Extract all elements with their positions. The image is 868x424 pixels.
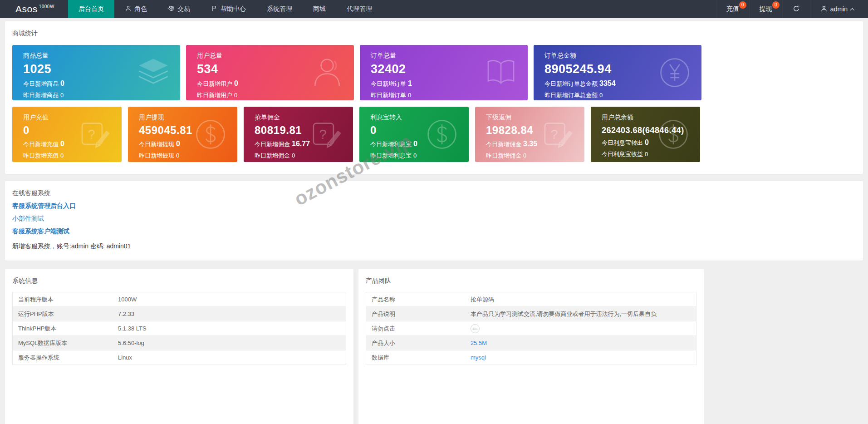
withdraw-badge: 0 <box>772 1 780 9</box>
nav-item-agent[interactable]: 代理管理 <box>336 0 383 18</box>
subline-value: 0 <box>408 92 411 99</box>
stat-card-subline: 昨日新增订单总金额0 <box>544 91 701 99</box>
table-row: MySQL数据库版本5.6.50-log <box>13 336 346 350</box>
navbar-right: 充值 0 提现 0 admin <box>716 0 868 18</box>
table-row: 服务器操作系统Linux <box>13 350 346 365</box>
subline-value: 3354 <box>599 79 616 87</box>
subline-label: 今日新增用户 <box>197 80 232 87</box>
table-row: 产品名称抢单源码 <box>366 292 696 307</box>
table-row: 请勿点击404 <box>366 321 696 336</box>
subline-label: 今日新增充值 <box>23 141 59 148</box>
user-menu[interactable]: admin <box>810 0 863 18</box>
subline-label: 今日新增提现 <box>139 141 174 148</box>
refresh-icon <box>793 5 800 14</box>
value-link[interactable]: mysql <box>471 354 486 361</box>
stat-card: 用户充值0今日新增充值0昨日新增充值0? <box>12 107 122 162</box>
stat-card-subline: 昨日新增利息宝0 <box>370 152 469 160</box>
subline-value: 0 <box>176 140 180 148</box>
nav-item-mall[interactable]: 商城 <box>303 0 336 18</box>
nav-item-label: 交易 <box>177 5 190 13</box>
dollar-icon <box>656 117 691 152</box>
service-link[interactable]: 小部件测试 <box>12 215 856 223</box>
stats-cards-row2: 用户充值0今日新增充值0昨日新增充值0?用户提现459045.81今日新增提现0… <box>12 107 856 162</box>
subline-label: 今日新增佣金 <box>255 141 290 148</box>
stat-card-subline: 昨日新增商品0 <box>23 91 180 99</box>
subline-value: 0 <box>60 152 64 159</box>
recharge-button[interactable]: 充值 0 <box>716 0 749 18</box>
table-row: ThinkPHP版本5.1.38 LTS <box>13 321 346 336</box>
subline-value: 0 <box>413 140 417 148</box>
stat-card: 下级返佣19828.84今日新增佣金3.35昨日新增佣金0? <box>475 107 584 162</box>
row-label: 当前程序版本 <box>13 292 113 307</box>
nav-item-home[interactable]: 后台首页 <box>68 0 114 18</box>
nav-item-label: 代理管理 <box>347 5 372 13</box>
service-account-note: 新增客服系统，账号:admin 密码: admin01 <box>12 242 856 251</box>
value-text: 1000W <box>118 296 137 303</box>
subline-value: 0 <box>60 79 64 87</box>
stat-card: 订单总金额8905245.94今日新增订单总金额3354昨日新增订单总金额0 <box>534 45 701 100</box>
table-row: 运行PHP版本7.2.33 <box>13 307 346 321</box>
nav-item-trade[interactable]: 交易 <box>157 0 201 18</box>
user-icon <box>309 55 345 90</box>
subline-value: 0 <box>60 140 64 148</box>
value-text: 本产品只为学习测试交流,请勿要做商业或者用于违法行为,一切后果自负 <box>471 311 657 317</box>
table-row: 当前程序版本1000W <box>13 292 346 307</box>
subline-value: 16.77 <box>292 140 310 148</box>
service-heading: 在线客服系统 <box>12 189 856 197</box>
subline-label: 今日新增订单 <box>371 80 406 87</box>
dollar-icon <box>424 117 460 152</box>
nav-item-label: 系统管理 <box>267 5 292 13</box>
nav-item-system[interactable]: 系统管理 <box>256 0 303 18</box>
edit-icon: ? <box>540 117 575 152</box>
subline-value: 0 <box>599 92 603 99</box>
row-value: 404 <box>465 321 696 336</box>
stat-card-subline: 昨日新增充值0 <box>23 152 122 160</box>
row-label: 产品说明 <box>366 307 465 321</box>
service-link[interactable]: 客服系统管理后台入口 <box>12 202 856 210</box>
product-team-panel: 产品团队 产品名称抢单源码产品说明本产品只为学习测试交流,请勿要做商业或者用于违… <box>358 269 704 424</box>
service-link[interactable]: 客服系统客户端测试 <box>12 227 856 236</box>
table-row: 数据库mysql <box>366 350 696 365</box>
row-value: 抢单源码 <box>465 292 696 307</box>
app-logo[interactable]: Asos 1000W <box>0 0 68 18</box>
nav-item-roles[interactable]: 角色 <box>114 0 157 18</box>
main-nav: 后台首页角色交易帮助中心系统管理商城代理管理 <box>68 0 383 18</box>
value-link[interactable]: 25.5M <box>471 340 487 346</box>
user-icon <box>820 5 828 14</box>
broken-image-404-icon[interactable]: 404 <box>471 324 480 333</box>
subline-label: 昨日新增佣金 <box>486 152 521 159</box>
subline-label: 今日利息宝收益 <box>602 151 643 158</box>
refresh-button[interactable] <box>782 0 810 18</box>
svg-text:?: ? <box>551 127 558 142</box>
edit-icon: ? <box>309 117 344 152</box>
subline-label: 今日新增佣金 <box>486 141 521 148</box>
flag-icon <box>211 5 218 13</box>
subline-value: 0 <box>645 151 648 158</box>
row-value: mysql <box>465 350 696 365</box>
value-text: 5.6.50-log <box>118 340 144 346</box>
row-label: 服务器操作系统 <box>13 350 113 365</box>
system-info-table: 当前程序版本1000W运行PHP版本7.2.33ThinkPHP版本5.1.38… <box>12 292 346 365</box>
nav-item-help-center[interactable]: 帮助中心 <box>201 0 256 18</box>
yen-icon <box>657 55 692 90</box>
subline-label: 昨日新增订单总金额 <box>544 92 598 99</box>
row-value: 7.2.33 <box>113 307 346 321</box>
nav-item-label: 后台首页 <box>78 5 104 13</box>
person-icon <box>125 5 132 13</box>
stat-card: 利息宝转入0今日新增利息宝0昨日新增利息宝0 <box>359 107 469 162</box>
nav-item-label: 商城 <box>313 5 326 13</box>
subline-label: 今日新增订单总金额 <box>544 80 598 87</box>
recharge-label: 充值 <box>726 5 739 13</box>
username: admin <box>830 5 848 13</box>
row-label: MySQL数据库版本 <box>13 336 113 350</box>
subline-value: 0 <box>234 92 237 99</box>
stat-card: 用户总量534今日新增用户0昨日新增用户0 <box>186 45 354 100</box>
withdraw-button[interactable]: 提现 0 <box>749 0 782 18</box>
edit-icon: ? <box>77 117 113 152</box>
table-row: 产品说明本产品只为学习测试交流,请勿要做商业或者用于违法行为,一切后果自负 <box>366 307 696 321</box>
nav-item-label: 角色 <box>134 5 147 13</box>
withdraw-label: 提现 <box>760 5 772 13</box>
subline-label: 昨日新增充值 <box>23 152 59 159</box>
subline-label: 今日新增商品 <box>23 80 59 87</box>
subline-value: 0 <box>176 152 179 159</box>
